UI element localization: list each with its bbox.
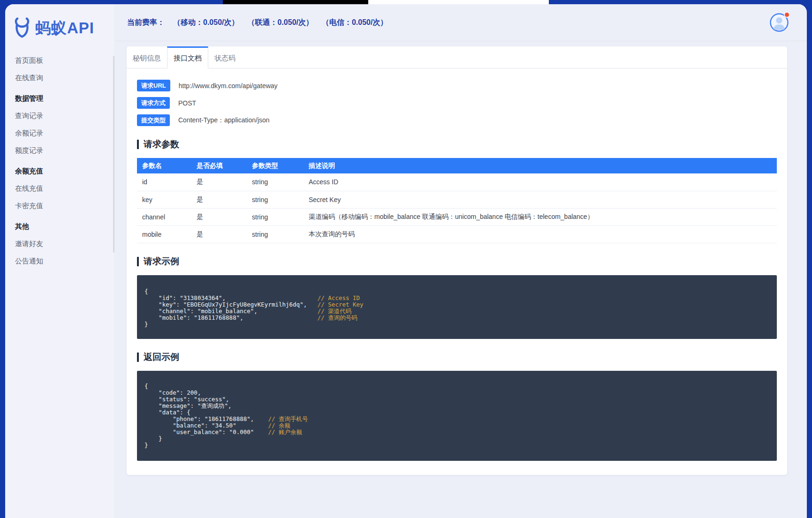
sidebar-item[interactable]: 额度记录 (15, 142, 114, 159)
table-cell: 是 (191, 208, 247, 225)
code-comment: // 查询的号码 (318, 314, 357, 321)
table-header-cell: 参数类型 (247, 158, 304, 173)
app-window: 蚂蚁API 首页面板在线查询数据管理查询记录余额记录额度记录余额充值在线充值卡密… (5, 4, 807, 518)
request-info-row: 请求URLhttp://www.dkym.com/api/gateway (137, 80, 777, 91)
topbar: 当前费率： （移动：0.050/次）（联通：0.050/次）（电信：0.050/… (115, 4, 807, 41)
table-cell: Access ID (304, 173, 777, 191)
sidebar-item[interactable]: 首页面板 (15, 52, 114, 69)
table-body: id是stringAccess IDkey是stringSecret Keych… (137, 173, 777, 243)
table-cell: Secret Key (304, 191, 777, 208)
code-block-response: { "code": 200, "status": "success", "mes… (137, 371, 777, 461)
code-block-request: { "id": "3138034364", // Access ID "key"… (137, 275, 777, 339)
sidebar-item[interactable]: 在线查询 (15, 69, 114, 87)
screenshot-artifact-bar (223, 0, 368, 4)
section-marker (137, 353, 139, 362)
table-header-row: 参数名是否必填参数类型描述说明 (137, 158, 777, 173)
table-header-cell: 描述说明 (304, 158, 777, 173)
sidebar-item[interactable]: 卡密充值 (15, 197, 114, 215)
table-cell: key (137, 191, 191, 208)
table-cell: 本次查询的号码 (304, 225, 777, 243)
table-header-cell: 是否必填 (191, 158, 247, 173)
tab-接口文档[interactable]: 接口文档 (167, 46, 208, 68)
tab-秘钥信息[interactable]: 秘钥信息 (127, 46, 167, 68)
screenshot-artifact-bar (368, 0, 549, 4)
sidebar: 蚂蚁API 首页面板在线查询数据管理查询记录余额记录额度记录余额充值在线充值卡密… (5, 4, 115, 518)
sidebar-nav: 首页面板在线查询数据管理查询记录余额记录额度记录余额充值在线充值卡密充值其他邀请… (5, 52, 114, 270)
tab-状态码[interactable]: 状态码 (208, 46, 242, 68)
rate-values: （移动：0.050/次）（联通：0.050/次）（电信：0.050/次） (173, 18, 396, 28)
table-row: key是stringSecret Key (137, 191, 777, 208)
code-comment: // 余额 (268, 422, 290, 429)
code-comment: // 账户余额 (268, 428, 302, 435)
sidebar-item[interactable]: 余额记录 (15, 125, 114, 142)
tab-bar: 秘钥信息接口文档状态码 (127, 46, 787, 68)
request-info-row: 请求方式POST (137, 97, 777, 109)
brand-name: 蚂蚁API (35, 18, 94, 39)
table-cell: channel (137, 208, 191, 225)
request-label-chip: 请求方式 (137, 97, 170, 109)
user-avatar[interactable] (769, 13, 789, 32)
section-marker (137, 257, 139, 266)
table-cell: 是 (191, 191, 247, 208)
table-row: channel是string渠道编码（移动编码：mobile_balance 联… (137, 208, 777, 225)
ant-icon (11, 17, 33, 39)
section-title-text: 返回示例 (144, 351, 179, 363)
table-cell: 渠道编码（移动编码：mobile_balance 联通编码：unicom_bal… (304, 208, 777, 225)
section-request-params: 请求参数 (137, 138, 777, 150)
table-cell: 是 (191, 225, 247, 243)
sidebar-item[interactable]: 在线充值 (15, 180, 114, 197)
sidebar-section-header: 数据管理 (15, 90, 114, 107)
table-row: id是stringAccess ID (137, 173, 777, 191)
section-title-text: 请求参数 (144, 138, 179, 150)
table-cell: string (247, 225, 304, 243)
sidebar-section-header: 余额充值 (15, 163, 114, 180)
table-header-cell: 参数名 (137, 158, 191, 173)
table-cell: 是 (191, 173, 247, 191)
section-title-text: 请求示例 (144, 255, 179, 268)
table-row: mobile是string本次查询的号码 (137, 225, 777, 243)
doc-card: 秘钥信息接口文档状态码 请求URLhttp://www.dkym.com/api… (127, 46, 787, 475)
notification-dot (784, 12, 790, 18)
request-label-chip: 请求URL (137, 80, 170, 91)
request-info-value: http://www.dkym.com/api/gateway (179, 82, 278, 90)
sidebar-item[interactable]: 查询记录 (15, 107, 114, 125)
request-info: 请求URLhttp://www.dkym.com/api/gateway请求方式… (137, 80, 777, 126)
sidebar-scrollbar[interactable] (113, 56, 114, 253)
table-cell: mobile (137, 225, 191, 243)
code-comment: // 查询手机号 (268, 415, 308, 422)
table-cell: string (247, 191, 304, 208)
code-comment: // 渠道代码 (318, 308, 352, 315)
sidebar-item[interactable]: 公告通知 (15, 253, 114, 270)
section-request-example: 请求示例 (137, 255, 777, 268)
request-info-row: 提交类型Content-Type：application/json (137, 114, 777, 126)
sidebar-section-header: 其他 (15, 218, 114, 235)
brand-logo[interactable]: 蚂蚁API (5, 4, 114, 39)
request-info-value: POST (178, 99, 196, 107)
current-rates: 当前费率： （移动：0.050/次）（联通：0.050/次）（电信：0.050/… (127, 18, 396, 28)
params-table: 参数名是否必填参数类型描述说明 id是stringAccess IDkey是st… (137, 158, 777, 243)
code-comment: // Access ID (318, 294, 360, 301)
request-info-value: Content-Type：application/json (178, 116, 270, 125)
table-cell: string (247, 173, 304, 191)
content-area: 秘钥信息接口文档状态码 请求URLhttp://www.dkym.com/api… (115, 41, 807, 518)
table-cell: string (247, 208, 304, 225)
section-marker (137, 140, 139, 149)
table-cell: id (137, 173, 191, 191)
request-label-chip: 提交类型 (137, 114, 170, 126)
rate-segment: （联通：0.050/次） (247, 18, 313, 28)
code-comment: // Secret Key (318, 301, 364, 308)
section-response-example: 返回示例 (137, 351, 777, 363)
sidebar-item[interactable]: 邀请好友 (15, 235, 114, 253)
main-column: 当前费率： （移动：0.050/次）（联通：0.050/次）（电信：0.050/… (115, 4, 807, 518)
rate-segment: （移动：0.050/次） (173, 18, 239, 28)
rate-label: 当前费率： (127, 18, 165, 28)
rate-segment: （电信：0.050/次） (322, 18, 387, 28)
